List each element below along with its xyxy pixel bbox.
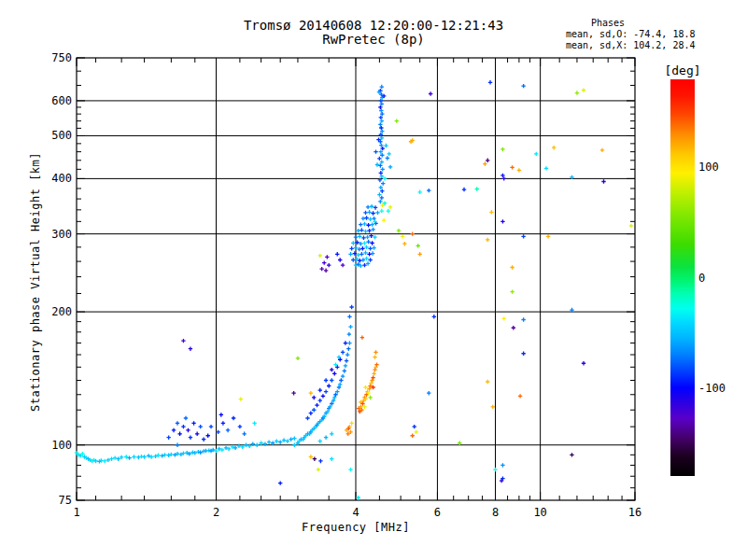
data-point: [521, 352, 525, 356]
data-point: [181, 425, 185, 428]
data-point: [427, 391, 430, 395]
data-point: [324, 269, 328, 273]
data-point: [189, 436, 192, 440]
data-point: [318, 254, 322, 258]
data-point: [345, 353, 349, 357]
data-point: [238, 425, 242, 428]
data-point: [388, 165, 392, 169]
data-point: [181, 339, 185, 343]
data-point: [486, 238, 489, 242]
data-point: [600, 148, 604, 152]
data-point: [343, 369, 346, 372]
data-point: [534, 152, 538, 156]
data-point: [189, 346, 192, 350]
data-point: [416, 244, 420, 247]
data-point: [177, 432, 181, 436]
data-point: [367, 252, 371, 256]
data-point: [458, 441, 461, 445]
data-point: [263, 442, 267, 446]
data-point: [402, 242, 406, 245]
data-point: [327, 263, 331, 267]
data-point: [417, 252, 421, 256]
y-tick-label: 400: [51, 172, 72, 185]
data-point: [319, 267, 323, 271]
data-point: [483, 161, 486, 165]
colorbar-tick-label: 100: [698, 161, 719, 174]
data-points: [75, 80, 633, 499]
data-point: [317, 468, 320, 471]
x-tick-label: 10: [533, 506, 546, 519]
data-point: [381, 181, 385, 185]
x-tick-label: 8: [492, 506, 499, 519]
data-point: [341, 263, 345, 267]
axis-tick-labels: 12468101675100200300400500600750: [51, 51, 641, 519]
data-point: [363, 251, 367, 255]
data-point: [309, 455, 313, 458]
data-point: [312, 396, 316, 399]
phase-stats-title: Phases: [591, 18, 625, 28]
data-point: [241, 445, 245, 449]
data-point: [142, 455, 146, 458]
ionogram-screen: Tromsø 20140608 12:20:00-12:21:43 RwPret…: [0, 0, 747, 560]
data-point: [552, 146, 556, 149]
data-point: [282, 438, 286, 441]
data-point: [349, 305, 353, 309]
data-point: [169, 453, 173, 456]
data-point: [368, 396, 372, 399]
data-point: [500, 463, 504, 467]
data-point: [348, 252, 352, 256]
data-point: [354, 235, 358, 239]
data-point: [397, 229, 401, 232]
data-point: [318, 440, 322, 443]
data-point: [358, 234, 361, 238]
data-point: [346, 346, 350, 350]
data-point: [462, 188, 466, 191]
data-point: [388, 205, 392, 209]
data-point: [383, 202, 387, 205]
data-point: [502, 316, 506, 320]
data-point: [570, 308, 573, 312]
y-tick-label: 100: [51, 439, 72, 452]
data-point: [349, 421, 353, 425]
data-point: [184, 416, 188, 420]
data-point: [330, 432, 333, 436]
data-point: [384, 144, 388, 147]
data-point: [278, 481, 282, 484]
data-point: [239, 397, 243, 400]
data-point: [500, 147, 504, 151]
colorbar-tick-label: -100: [698, 382, 726, 395]
data-point: [371, 228, 374, 231]
data-point: [267, 441, 271, 444]
grid-lines: [77, 58, 635, 500]
data-point: [373, 235, 376, 239]
data-point: [332, 371, 336, 375]
y-tick-label: 600: [51, 94, 72, 107]
data-point: [368, 258, 372, 261]
y-tick-label: 200: [51, 305, 72, 318]
data-point: [370, 204, 374, 208]
data-point: [475, 187, 479, 190]
data-point: [488, 80, 492, 84]
data-point: [318, 459, 322, 463]
data-point: [136, 455, 140, 459]
data-point: [364, 245, 368, 249]
data-point: [429, 91, 432, 95]
data-point: [191, 421, 195, 425]
data-point: [321, 394, 325, 398]
x-tick-label: 16: [628, 506, 641, 519]
y-tick-label: 500: [51, 129, 72, 142]
data-point: [166, 454, 170, 457]
data-point: [198, 425, 202, 428]
data-point: [363, 385, 367, 389]
y-tick-label: 750: [51, 51, 72, 64]
data-point: [318, 399, 322, 402]
data-point: [372, 245, 375, 249]
data-point: [366, 240, 370, 244]
data-point: [309, 412, 313, 415]
data-point: [401, 234, 404, 238]
data-point: [413, 425, 416, 428]
data-point: [362, 222, 366, 226]
data-point: [370, 222, 374, 226]
x-axis-title: Frequency [MHz]: [302, 521, 410, 534]
data-point: [202, 437, 205, 441]
